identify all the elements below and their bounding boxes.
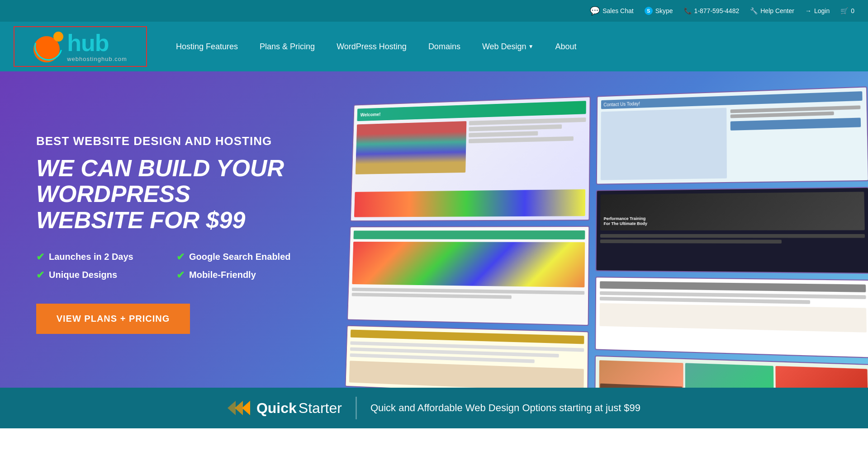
phone-link[interactable]: 📞 1-877-595-4482 [684,7,740,14]
quickstarter-starter: Starter [299,400,342,417]
feature-4: ✔ Mobile-Friendly [176,269,299,281]
hero-content: BEST WEBSITE DESIGN AND HOSTING WE CAN B… [0,71,326,388]
header: hub webhostinghub.com Hosting Features P… [0,22,868,71]
help-center-link[interactable]: 🔧 Help Center [750,7,794,14]
phone-number: 1-877-595-4482 [694,7,740,14]
feature-1: ✔ Launches in 2 Days [36,251,158,263]
features-list: ✔ Launches in 2 Days ✔ Google Search Ena… [36,251,299,281]
nav-web-design[interactable]: Web Design ▼ [471,22,545,71]
cta-button[interactable]: VIEW PLANS + PRICING [36,304,190,334]
logo: hub webhostinghub.com [33,31,127,62]
hero-title: WE CAN BUILD YOUR WORDPRESS WEBSITE FOR … [36,155,299,233]
feature-2-text: Google Search Enabled [189,252,291,262]
checkmark-icon-1: ✔ [36,251,44,263]
quickstarter-arrows-icon [228,399,255,417]
svg-marker-2 [242,401,250,415]
logo-text: hub webhostinghub.com [67,31,127,62]
logo-icon [33,31,65,62]
logo-hub-text: hub [67,31,109,55]
hero-section: BEST WEBSITE DESIGN AND HOSTING WE CAN B… [0,71,868,388]
cart-icon: 🛒 [840,7,848,14]
feature-4-text: Mobile-Friendly [189,270,256,280]
quickstarter-divider [356,397,357,419]
main-nav: Hosting Features Plans & Pricing WordPre… [165,22,854,71]
cart-link[interactable]: 🛒 0 [840,7,854,14]
checkmark-icon-4: ✔ [176,269,185,281]
top-bar: 💬 Sales Chat S Skype 📞 1-877-595-4482 🔧 … [0,0,868,22]
help-center-label: Help Center [760,7,794,14]
nav-domains[interactable]: Domains [417,22,471,71]
nav-hosting-features[interactable]: Hosting Features [165,22,249,71]
nav-plans-pricing[interactable]: Plans & Pricing [249,22,326,71]
phone-icon: 📞 [684,7,692,14]
feature-3-text: Unique Designs [49,270,117,280]
checkmark-icon-2: ✔ [176,251,185,263]
svg-marker-0 [228,401,236,415]
nav-about[interactable]: About [545,22,588,71]
quickstarter-tagline: Quick and Affordable Web Design Options … [370,402,640,414]
feature-3: ✔ Unique Designs [36,269,158,281]
nav-wordpress-hosting[interactable]: WordPress Hosting [326,22,417,71]
help-icon: 🔧 [750,7,758,14]
hero-subtitle: BEST WEBSITE DESIGN AND HOSTING [36,134,299,148]
chat-icon: 💬 [590,6,600,16]
login-label: Login [814,7,830,14]
quickstarter-quick: Quick [256,400,297,417]
checkmark-icon-3: ✔ [36,269,44,281]
skype-link[interactable]: S Skype [645,7,673,15]
feature-1-text: Launches in 2 Days [49,252,133,262]
cart-count: 0 [851,7,854,14]
skype-label: Skype [655,7,673,14]
login-link[interactable]: → Login [805,7,830,14]
web-design-dropdown-arrow: ▼ [528,43,534,50]
logo-domain: webhostinghub.com [67,56,127,62]
quickstarter-logo: QuickStarter [228,399,342,417]
sales-chat-link[interactable]: 💬 Sales Chat [590,6,633,16]
quickstarter-bar: QuickStarter Quick and Affordable Web De… [0,388,868,428]
hero-image-area: Welcome! [326,71,868,388]
svg-marker-1 [235,401,243,415]
feature-2: ✔ Google Search Enabled [176,251,299,263]
skype-icon: S [645,7,653,15]
sales-chat-label: Sales Chat [602,7,633,14]
logo-area[interactable]: hub webhostinghub.com [14,26,147,67]
login-icon: → [805,7,811,14]
